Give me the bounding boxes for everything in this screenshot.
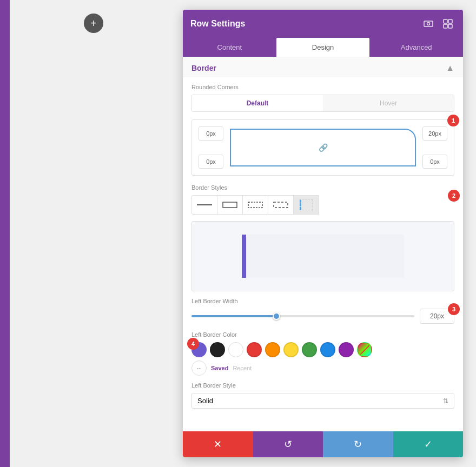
tab-design[interactable]: Design (276, 38, 370, 57)
left-border-width-label: Left Border Width (191, 298, 454, 304)
default-btn[interactable]: Default (192, 95, 323, 111)
slider-thumb[interactable] (273, 312, 280, 320)
border-styles-row: 2 (191, 195, 454, 215)
corners-box: 🔗 1 (191, 119, 454, 176)
header-icon-preview[interactable] (421, 16, 436, 31)
left-border-width-section: Left Border Width 3 (191, 298, 454, 324)
top-right-input[interactable] (422, 126, 447, 141)
border-style-none[interactable] (191, 195, 217, 215)
header-icon-grid[interactable] (440, 16, 455, 31)
border-styles-label: Border Styles (191, 184, 454, 191)
rounded-corners-section: Rounded Corners Default Hover (191, 84, 454, 176)
badge-4-wrapper: 4 (191, 342, 207, 357)
color-swatches-row: 4 (191, 342, 454, 357)
left-corner-col (199, 126, 223, 169)
color-swatch-red[interactable] (247, 342, 262, 357)
link-icon: 🔗 (319, 143, 328, 152)
border-style-value: Solid (197, 397, 213, 405)
confirm-icon: ✓ (424, 438, 432, 450)
border-styles-section: Border Styles (191, 184, 454, 215)
select-arrow-icon: ⇅ (443, 397, 448, 405)
rounded-corners-label: Rounded Corners (191, 84, 454, 90)
badge-1: 1 (447, 115, 459, 126)
svg-rect-0 (424, 21, 433, 26)
border-outer-icon (222, 202, 237, 208)
panel-header: Row Settings (183, 10, 463, 38)
color-swatch-purple[interactable] (339, 342, 354, 357)
plus-icon: + (90, 17, 97, 30)
svg-rect-3 (448, 19, 452, 23)
panel-title: Row Settings (190, 19, 245, 29)
cancel-button[interactable]: ✕ (183, 431, 253, 457)
panel-footer: ✕ ↺ ↻ ✓ (183, 431, 463, 457)
border-section-header: Border ▲ (183, 57, 463, 77)
left-border-style-section: Left Border Style Solid ⇅ (191, 382, 454, 409)
border-section-toggle[interactable]: ▲ (446, 63, 454, 73)
border-preview-inner (242, 235, 404, 278)
stripe (359, 344, 370, 356)
more-colors-btn[interactable]: ··· (191, 361, 207, 376)
panel-content: Border ▲ Rounded Corners Default Hover (183, 57, 463, 431)
grid-icon (443, 19, 453, 29)
cancel-icon: ✕ (214, 438, 222, 450)
svg-rect-2 (444, 19, 447, 23)
bottom-right-input[interactable] (422, 155, 447, 169)
left-border-icon (300, 199, 313, 210)
left-border-style-label: Left Border Style (191, 382, 454, 389)
tab-advanced[interactable]: Advanced (369, 38, 463, 57)
reset-button[interactable]: ↺ (253, 431, 323, 457)
slider-fill (191, 315, 276, 317)
left-border-color-label: Left Border Color (191, 331, 454, 338)
border-style-dotted[interactable] (268, 195, 294, 215)
bottom-left-input[interactable] (199, 155, 223, 169)
color-swatch-orange[interactable] (265, 342, 280, 357)
border-section-title: Border (191, 64, 216, 72)
reset-icon: ↺ (284, 438, 292, 450)
svg-rect-8 (274, 202, 288, 208)
slider-track[interactable] (191, 315, 414, 317)
border-inner-icon (248, 202, 263, 208)
border-no-icon (273, 202, 288, 208)
preview-icon (424, 19, 433, 29)
tabs-bar: Content Design Advanced (183, 38, 463, 57)
header-icons (421, 16, 455, 31)
color-links-row: ··· Saved Recent (191, 361, 454, 376)
color-swatch-black[interactable] (210, 342, 225, 357)
color-swatch-blue[interactable] (320, 342, 335, 357)
svg-rect-6 (223, 202, 237, 208)
badge-4: 4 (187, 338, 199, 350)
right-corner-col (422, 126, 447, 169)
color-swatch-green[interactable] (302, 342, 317, 357)
confirm-button[interactable]: ✓ (393, 431, 464, 457)
color-swatch-white[interactable] (228, 342, 243, 357)
border-style-left[interactable] (293, 195, 319, 215)
add-button[interactable]: + (84, 14, 103, 33)
default-hover-toggle: Default Hover (191, 95, 454, 112)
svg-rect-5 (448, 24, 452, 28)
solid-icon (197, 204, 212, 205)
corner-preview: 🔗 (230, 129, 416, 166)
recent-link[interactable]: Recent (233, 365, 252, 371)
sections-wrapper: Rounded Corners Default Hover (183, 84, 463, 409)
badge-2: 2 (448, 190, 460, 202)
top-left-input[interactable] (199, 126, 223, 141)
svg-rect-4 (444, 24, 447, 28)
color-swatch-strikethrough[interactable] (357, 342, 372, 357)
redo-button[interactable]: ↻ (323, 431, 393, 457)
saved-link[interactable]: Saved (211, 365, 228, 371)
border-style-solid[interactable] (217, 195, 243, 215)
border-style-dashed[interactable] (242, 195, 268, 215)
color-swatch-yellow[interactable] (283, 342, 299, 357)
badge-3: 3 (448, 303, 460, 315)
slider-row: 3 (191, 309, 454, 324)
tab-content[interactable]: Content (183, 38, 276, 57)
svg-point-1 (427, 23, 430, 25)
border-preview (191, 221, 454, 291)
hover-btn[interactable]: Hover (323, 95, 454, 111)
row-settings-panel: Row Settings Content De (183, 10, 463, 457)
sidebar-strip (0, 0, 10, 467)
border-style-select[interactable]: Solid ⇅ (191, 393, 454, 409)
left-border-color-section: Left Border Color 4 (191, 331, 454, 376)
svg-rect-7 (248, 202, 262, 208)
redo-icon: ↻ (354, 438, 362, 450)
